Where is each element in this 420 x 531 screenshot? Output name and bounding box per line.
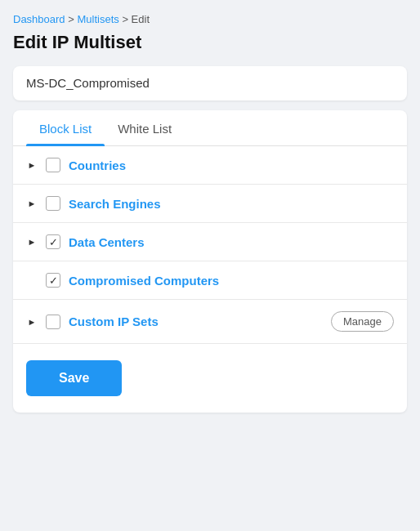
chevron-data-centers[interactable]: ► xyxy=(26,236,38,248)
chevron-countries[interactable]: ► xyxy=(26,159,38,171)
checkbox-custom-ip-sets[interactable] xyxy=(46,315,60,329)
list-item-compromised-computers: ✓ Compromised Computers xyxy=(13,261,407,300)
list-item-data-centers: ► ✓ Data Centers xyxy=(13,223,407,261)
breadcrumb-current: Edit xyxy=(132,13,150,25)
checkbox-compromised-computers[interactable]: ✓ xyxy=(46,273,60,288)
save-button[interactable]: Save xyxy=(26,360,122,396)
name-input-container xyxy=(13,66,407,100)
list-item-countries: ► Countries xyxy=(13,146,407,185)
tab-block-list[interactable]: Block List xyxy=(26,110,105,145)
tabs-container: Block List White List xyxy=(13,110,407,146)
multiset-name-input[interactable] xyxy=(26,76,394,90)
tab-white-list[interactable]: White List xyxy=(105,110,185,145)
breadcrumb-dashboard[interactable]: Dashboard xyxy=(13,13,65,25)
checkbox-countries[interactable] xyxy=(46,158,60,172)
list-item-custom-ip-sets: ► Custom IP Sets Manage xyxy=(13,300,407,344)
main-card: Block List White List ► Countries ► Sear… xyxy=(13,110,407,413)
checkbox-data-centers[interactable]: ✓ xyxy=(46,234,60,249)
chevron-custom-ip-sets[interactable]: ► xyxy=(26,316,38,328)
label-search-engines: Search Engines xyxy=(69,197,394,211)
page-title: Edit IP Multiset xyxy=(13,32,407,53)
label-countries: Countries xyxy=(69,158,394,172)
breadcrumb: Dashboard > Multisets > Edit xyxy=(13,13,407,25)
label-data-centers: Data Centers xyxy=(69,235,394,249)
checkbox-search-engines[interactable] xyxy=(46,196,60,211)
chevron-search-engines[interactable]: ► xyxy=(26,198,38,209)
list-item-search-engines: ► Search Engines xyxy=(13,185,407,223)
label-custom-ip-sets: Custom IP Sets xyxy=(69,315,323,328)
label-compromised-computers: Compromised Computers xyxy=(69,274,394,288)
save-section: Save xyxy=(13,344,407,413)
manage-button[interactable]: Manage xyxy=(331,311,394,332)
checkmark-data-centers: ✓ xyxy=(49,237,58,248)
breadcrumb-multisets[interactable]: Multisets xyxy=(77,13,118,25)
checkmark-compromised-computers: ✓ xyxy=(49,275,58,286)
